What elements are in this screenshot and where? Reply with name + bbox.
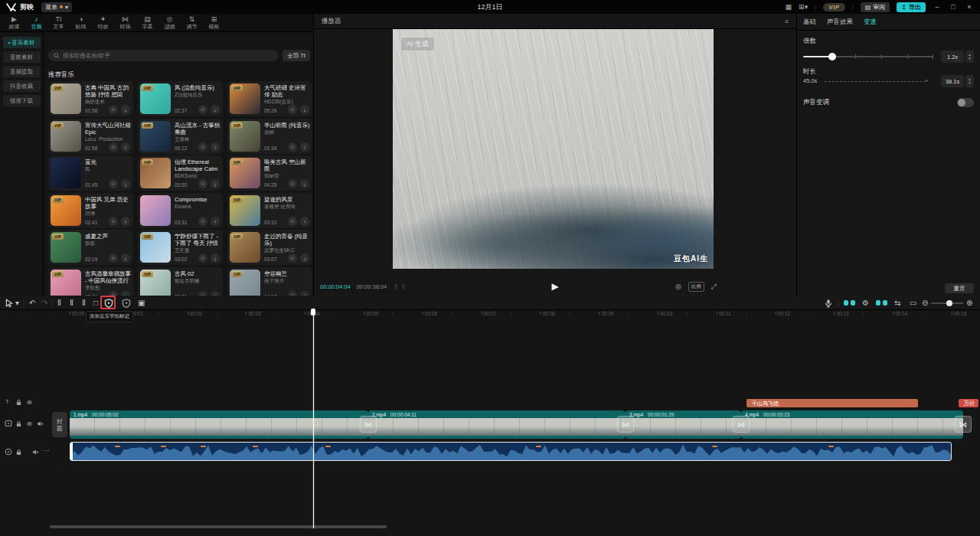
video-track-type-icon[interactable] bbox=[5, 420, 12, 427]
favorite-star-icon[interactable]: ☆ bbox=[109, 217, 118, 226]
music-card[interactable]: VIP 旋途的风景 基格里·比契奇 03:10 ☆ ↓ bbox=[227, 193, 312, 228]
clip-trim-handle[interactable] bbox=[70, 443, 73, 460]
speed-slider-handle[interactable] bbox=[828, 53, 836, 60]
duration-stepper[interactable]: ▴ ▾ bbox=[965, 75, 974, 87]
stepper-down-icon[interactable]: ▾ bbox=[969, 81, 971, 85]
music-card[interactable]: Compromise Elowna 03:31 ☆ ↓ bbox=[138, 193, 223, 228]
music-card[interactable]: VIP 盛夏之声 饭饭 02:19 ☆ ↓ bbox=[48, 230, 133, 265]
zoom-knob[interactable] bbox=[946, 300, 952, 306]
sidebar-item-音效素材[interactable]: 音效素材 bbox=[3, 51, 41, 63]
video-clip[interactable]: 2.mp4 00:00:04:11 bbox=[368, 410, 626, 439]
horizontal-scrollbar[interactable] bbox=[50, 525, 387, 528]
music-card[interactable]: VIP 古风温馨幸福故事 - 中国风仙侠流行音乐 李纹彤 02:36 ☆ ↓ bbox=[48, 267, 133, 296]
text-clip[interactable]: 千山鸟飞绝 bbox=[746, 399, 918, 407]
sidebar-item-链接下载[interactable]: 链接下载 bbox=[3, 95, 41, 106]
inspector-tab-变速[interactable]: 变速 bbox=[864, 18, 877, 27]
timeline-zoom-in-icon[interactable]: ⊕ bbox=[966, 297, 972, 309]
snap-toggle[interactable] bbox=[844, 297, 855, 309]
layout-grid-icon[interactable]: ⊞▾ bbox=[799, 0, 808, 14]
inspector-tab-声音效果[interactable]: 声音效果 bbox=[827, 18, 853, 27]
play-button[interactable]: ▶ bbox=[551, 281, 558, 292]
download-icon[interactable]: ↓ bbox=[300, 105, 309, 114]
search-input[interactable]: 搜索歌曲名称/歌手 bbox=[48, 50, 279, 61]
favorite-star-icon[interactable]: ☆ bbox=[109, 142, 118, 152]
favorite-star-icon[interactable]: ☆ bbox=[198, 179, 207, 188]
download-icon[interactable]: ↓ bbox=[121, 217, 130, 226]
download-icon[interactable]: ↓ bbox=[211, 142, 220, 152]
favorite-star-icon[interactable]: ☆ bbox=[288, 105, 297, 114]
tab-媒体[interactable]: ▶ 媒体 bbox=[3, 14, 25, 31]
player-menu-icon[interactable]: ≡ bbox=[785, 18, 789, 25]
download-icon[interactable]: ↓ bbox=[300, 142, 309, 152]
favorite-star-icon[interactable]: ☆ bbox=[109, 179, 118, 188]
trim-left-icon[interactable]: Ⅱ bbox=[70, 297, 74, 309]
delete-icon[interactable]: □ bbox=[93, 297, 98, 309]
music-card[interactable]: VIP 宁静舒缓下雨了 - 下雨了 每天 抒情钢琴轻音乐 王艺曼 03:02 ☆… bbox=[138, 230, 223, 265]
download-icon[interactable]: ↓ bbox=[121, 142, 130, 152]
transition-icon[interactable]: ⋈ bbox=[617, 416, 634, 433]
video-track-lock-icon[interactable] bbox=[15, 420, 22, 427]
music-card[interactable]: 蓝光 风 01:45 ☆ ↓ bbox=[48, 155, 133, 191]
review-button[interactable]: ▤ 审阅 bbox=[861, 2, 890, 12]
video-preview[interactable]: AI 生成 豆包AI生 bbox=[393, 29, 714, 269]
duration-value[interactable]: 38.1s bbox=[941, 75, 964, 87]
audio-track-more-icon[interactable]: ⋯ bbox=[43, 447, 49, 454]
music-card[interactable]: VIP 风 (治愈纯音乐) Z治愈纯音乐 02:37 ☆ ↓ bbox=[138, 81, 223, 116]
music-card[interactable]: VIP 高山流水 - 古筝独奏曲 王墨林 06:12 ☆ ↓ bbox=[138, 119, 223, 154]
sidebar-item-抖音收藏[interactable]: 抖音收藏 bbox=[3, 80, 41, 92]
transition-icon[interactable]: ⋈ bbox=[955, 416, 972, 433]
tab-字幕[interactable]: ▤ 字幕 bbox=[136, 14, 158, 31]
export-button[interactable]: ↥ 导出 bbox=[897, 2, 926, 12]
audio-clip[interactable] bbox=[70, 442, 952, 461]
favorite-star-icon[interactable]: ☆ bbox=[198, 217, 207, 226]
menu-button[interactable]: 菜单 ▾ bbox=[41, 2, 72, 12]
text-track-lock-icon[interactable] bbox=[15, 399, 22, 406]
ratio-button[interactable]: 比例 bbox=[688, 282, 704, 292]
reset-button[interactable]: 重置 bbox=[945, 283, 974, 293]
favorite-star-icon[interactable]: ☆ bbox=[288, 179, 297, 188]
speed-value[interactable]: 1.2x bbox=[941, 51, 964, 63]
video-track-mute-icon[interactable] bbox=[37, 420, 44, 427]
text-track-type-icon[interactable]: T bbox=[5, 398, 9, 405]
redo-icon[interactable]: ↷ bbox=[41, 297, 47, 309]
audio-track-mute-icon[interactable] bbox=[32, 449, 39, 456]
download-icon[interactable]: ↓ bbox=[300, 179, 309, 188]
library-filter-button[interactable]: 全部 Tt bbox=[283, 50, 310, 61]
select-tool-caret[interactable]: ▾ bbox=[15, 297, 19, 309]
download-icon[interactable]: ↓ bbox=[211, 253, 220, 263]
tab-音频[interactable]: ♪ 音频 bbox=[25, 14, 47, 31]
audio-track-lock-icon[interactable] bbox=[15, 449, 22, 456]
download-icon[interactable]: ↓ bbox=[211, 179, 220, 188]
video-track-visibility-icon[interactable] bbox=[26, 420, 33, 427]
tab-特效[interactable]: ✦ 特效 bbox=[92, 14, 114, 31]
speed-stepper[interactable]: ▴ ▾ bbox=[965, 51, 974, 63]
window-close-button[interactable]: × bbox=[965, 3, 974, 11]
music-card[interactable]: VIP 大气磅礴 史诗宣传 励志 HD235(音乐) 05:26 ☆ ↓ bbox=[227, 81, 312, 116]
music-card[interactable]: VIP 古风 02 留在月明楼 03:36 ☆ ↓ bbox=[138, 267, 223, 296]
video-clip[interactable]: 3.mp4 00:00:01:29 bbox=[626, 410, 741, 439]
favorite-star-icon[interactable]: ☆ bbox=[198, 253, 207, 263]
tab-调节[interactable]: ⇅ 调节 bbox=[181, 14, 203, 31]
record-voiceover-icon[interactable] bbox=[824, 297, 833, 309]
playhead-line[interactable] bbox=[313, 309, 314, 528]
timeline-zoom-out-icon[interactable]: ⊖ bbox=[922, 297, 928, 309]
favorite-star-icon[interactable]: ☆ bbox=[109, 105, 118, 114]
download-icon[interactable]: ↓ bbox=[211, 217, 220, 226]
manual-beat-icon[interactable] bbox=[122, 297, 131, 309]
music-card[interactable]: VIP 仙境 Ethereal Landscape Calm Relax BDK… bbox=[138, 155, 223, 191]
inspector-tab-基础[interactable]: 基础 bbox=[803, 18, 816, 27]
window-minimize-button[interactable]: – bbox=[933, 3, 942, 11]
download-icon[interactable]: ↓ bbox=[300, 217, 309, 226]
music-card[interactable]: VIP 走过的青春 (纯音乐) 追梦先生Mr.C 03:07 ☆ ↓ bbox=[227, 230, 312, 265]
music-card[interactable]: VIP 半山听雨 (纯音乐) 张鲜 01:34 ☆ ↓ bbox=[227, 119, 312, 154]
music-card[interactable]: VIP 古典 中国风 古韵 悠扬 抒情 想回 six 疯狂生长 01:58 ☆ … bbox=[48, 81, 133, 116]
favorite-star-icon[interactable]: ☆ bbox=[288, 142, 297, 152]
select-tool-icon[interactable] bbox=[5, 297, 14, 309]
preview-axis-toggle[interactable] bbox=[876, 297, 887, 309]
favorite-star-icon[interactable]: ☆ bbox=[109, 253, 118, 263]
split-icon[interactable]: Ⅱ bbox=[57, 297, 61, 309]
favorite-star-icon[interactable]: ☆ bbox=[288, 217, 297, 226]
pitch-toggle[interactable] bbox=[957, 98, 974, 107]
text-clip[interactable]: 万径 bbox=[959, 399, 978, 407]
tab-模板[interactable]: ⊞ 模板 bbox=[203, 14, 225, 31]
